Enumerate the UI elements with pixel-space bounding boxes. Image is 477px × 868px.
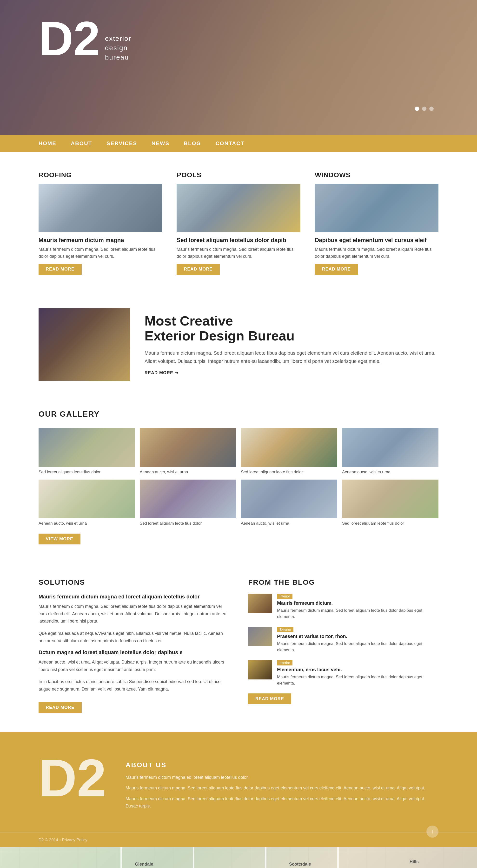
service-roofing-desc: Mauris fermeum dictum magna. Sed loreet … [39, 246, 162, 260]
blog-item-3: Interior Elementum, eros lacus vehi. Mau… [248, 660, 438, 686]
blog-tag-3: Interior [277, 660, 293, 665]
blog-content-3: Interior Elementum, eros lacus vehi. Mau… [277, 660, 438, 686]
hero-brand-d2: D2 [39, 14, 100, 63]
gallery-section: OUR GALLERY Sed loreet aliquam leote fiu… [0, 395, 477, 559]
gallery-grid-top: Sed loreet aliquam leote fius dolor Aene… [39, 428, 438, 475]
service-windows-heading: WINDOWS [315, 171, 438, 179]
nav-about[interactable]: ABOUT [71, 140, 92, 147]
gallery-title: OUR GALLERY [39, 410, 438, 418]
gallery-img-2 [140, 428, 236, 467]
gallery-item-7[interactable]: Aenean aucto, wisi et urna [241, 479, 337, 526]
map-road-v4 [337, 847, 339, 868]
gallery-item-4[interactable]: Aenean aucto, wisi et urna [342, 428, 438, 475]
blog-image-2 [248, 627, 272, 646]
map-background: Glendale Scottsdale Phoenix Mesa Gilbert… [0, 847, 477, 868]
blog-excerpt-2: Mauris fermeum dictum magna. Sed loreet … [277, 641, 438, 653]
footer-about-title: ABOUT US [126, 761, 438, 769]
gallery-caption-4: Aenean aucto, wisi et urna [342, 469, 438, 475]
feature-read-more[interactable]: READ MORE [144, 370, 178, 375]
hero-dot-1[interactable] [415, 106, 419, 111]
gallery-img-4 [342, 428, 438, 467]
blog-title-1[interactable]: Mauris fermeum dictum. [277, 600, 438, 606]
hero-section: D2 exterior design bureau [0, 0, 477, 135]
service-pools: POOLS Sed loreet aliquam leotellus dolor… [177, 171, 300, 275]
blog-title-2[interactable]: Praesent et varius tortor, rhon. [277, 633, 438, 639]
service-windows-title: Dapibus eget elementum vel cursus eleif [315, 237, 438, 244]
feature-heading: Most Creative Exterior Design Bureau [144, 313, 438, 343]
blog-item-2: Exterior Praesent et varius tortor, rhon… [248, 627, 438, 653]
gallery-caption-7: Aenean aucto, wisi et urna [241, 521, 337, 526]
nav-contact[interactable]: CONTACT [216, 140, 244, 147]
footer-about-para3: Mauris fermeum dictum magna. Sed loreet … [126, 795, 438, 810]
gallery-caption-8: Sed loreet aliquam leote fius dolor [342, 521, 438, 526]
service-windows-image [315, 184, 438, 232]
main-nav: HOME ABOUT SERVICES NEWS BLOG CONTACT [0, 135, 477, 152]
blog-title-3[interactable]: Elementum, eros lacus vehi. [277, 667, 438, 673]
gallery-caption-1: Sed loreet aliquam leote fius dolor [39, 469, 135, 475]
map-road-v3 [265, 847, 267, 868]
blog-title: FROM THE BLOG [248, 578, 438, 586]
map-road-v2 [193, 847, 194, 868]
service-pools-title: Sed loreet aliquam leotellus dolor dapib [177, 237, 300, 244]
gallery-item-8[interactable]: Sed loreet aliquam leote fius dolor [342, 479, 438, 526]
gallery-item-5[interactable]: Aenean aucto, wisi et urna [39, 479, 135, 526]
gallery-view-more-btn[interactable]: VIEW MORE [39, 534, 80, 545]
footer-about-para1: Mauris fermeum dictum magna ed loreet al… [126, 774, 438, 781]
gallery-view-more-wrap: VIEW MORE [39, 534, 438, 545]
map-label-scottsdale: Scottsdale [289, 862, 311, 867]
feature-section: Most Creative Exterior Design Bureau Mau… [0, 294, 477, 395]
footer-logo-d2: D2 [39, 751, 106, 805]
gallery-caption-2: Aenean aucto, wisi et urna [140, 469, 236, 475]
blog-item-1: Interior Mauris fermeum dictum. Mauris f… [248, 594, 438, 620]
footer-about: ABOUT US Mauris fermeum dictum magna ed … [126, 751, 438, 813]
gallery-img-8 [342, 479, 438, 518]
map-section: Glendale Scottsdale Phoenix Mesa Gilbert… [0, 847, 477, 868]
service-pools-heading: POOLS [177, 171, 300, 179]
hero-dot-3[interactable] [429, 106, 434, 111]
gallery-img-6 [140, 479, 236, 518]
solutions-blog-section: SOLUTIONS Mauris fermeum dictum magna ed… [0, 559, 477, 732]
gallery-item-2[interactable]: Aenean aucto, wisi et urna [140, 428, 236, 475]
nav-home[interactable]: HOME [39, 140, 56, 147]
hero-brand-tagline: exterior design bureau [105, 34, 131, 62]
service-windows: WINDOWS Dapibus eget elementum vel cursu… [315, 171, 438, 275]
blog-content-2: Exterior Praesent et varius tortor, rhon… [277, 627, 438, 653]
solutions-heading-1: Mauris fermeum dictum magna ed loreet al… [39, 594, 229, 600]
gallery-caption-5: Aenean aucto, wisi et urna [39, 521, 135, 526]
gallery-img-7 [241, 479, 337, 518]
footer-bottom: D2 © 2014 • Privacy Policy [0, 833, 477, 847]
blog-excerpt-3: Mauris fermeum dictum magna. Sed loreet … [277, 674, 438, 686]
feature-image [39, 308, 130, 381]
service-roofing-title: Mauris fermeum dictum magna [39, 237, 162, 244]
service-pools-image [177, 184, 300, 232]
gallery-item-3[interactable]: Sed loreet aliquam leote fius dolor [241, 428, 337, 475]
footer-about-para2: Mauris fermeum dictum magna. Sed loreet … [126, 784, 438, 792]
services-section: ROOFING Mauris fermeum dictum magna Maur… [0, 152, 477, 294]
footer-copyright: D2 © 2014 • Privacy Policy [39, 838, 88, 842]
solutions-read-more-btn[interactable]: READ MORE [39, 702, 82, 713]
service-windows-desc: Mauris fermeum dictum magna. Sed loreet … [315, 246, 438, 260]
nav-blog[interactable]: BLOG [184, 140, 201, 147]
gallery-caption-3: Sed loreet aliquam leote fius dolor [241, 469, 337, 475]
gallery-img-1 [39, 428, 135, 467]
scroll-to-top-button[interactable]: ↑ [427, 826, 438, 838]
service-windows-btn[interactable]: READ MORE [315, 264, 358, 275]
gallery-item-1[interactable]: Sed loreet aliquam leote fius dolor [39, 428, 135, 475]
solutions-title: SOLUTIONS [39, 578, 229, 586]
service-roofing-btn[interactable]: READ MORE [39, 264, 82, 275]
blog-tag-1: Interior [277, 594, 293, 599]
map-road-v1 [121, 847, 122, 868]
service-pools-btn[interactable]: READ MORE [177, 264, 220, 275]
solutions-para-1: Mauris fermeum dictum magna. Sed loreet … [39, 603, 229, 625]
gallery-caption-6: Sed loreet aliquam leote fius dolor [140, 521, 236, 526]
hero-dot-2[interactable] [422, 106, 427, 111]
blog-image-1 [248, 594, 272, 613]
services-grid: ROOFING Mauris fermeum dictum magna Maur… [39, 171, 438, 275]
map-label-glendale: Glendale [135, 862, 153, 867]
blog-read-more-btn[interactable]: READ MORE [248, 693, 291, 704]
nav-news[interactable]: NEWS [151, 140, 169, 147]
blog-excerpt-1: Mauris fermeum dictum magna. Sed loreet … [277, 607, 438, 620]
nav-services[interactable]: SERVICES [106, 140, 137, 147]
gallery-item-6[interactable]: Sed loreet aliquam leote fius dolor [140, 479, 236, 526]
service-roofing-image [39, 184, 162, 232]
